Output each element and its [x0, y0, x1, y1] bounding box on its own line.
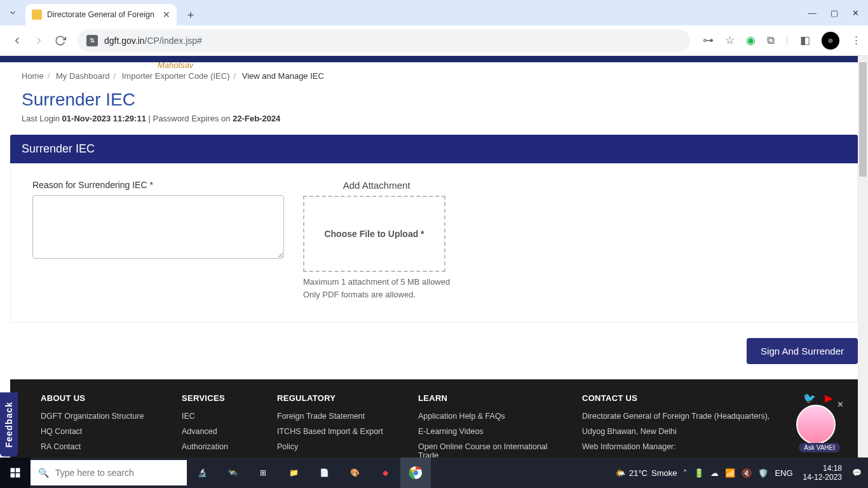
chrome-taskbar-icon[interactable]	[400, 458, 431, 488]
reason-textarea[interactable]	[32, 195, 284, 259]
weather-icon: 🌤️	[615, 468, 625, 478]
security-icon[interactable]: 🛡️	[758, 468, 768, 478]
twitter-icon[interactable]: 🐦	[803, 392, 816, 404]
weather-widget[interactable]: 🌤️ 21°C Smoke	[615, 468, 677, 478]
search-placeholder: Type here to search	[55, 468, 134, 478]
vertical-scrollbar[interactable]	[858, 56, 868, 458]
maximize-icon[interactable]: ▢	[831, 8, 838, 18]
bookmark-star-icon[interactable]: ☆	[725, 34, 735, 47]
footer-link[interactable]: Foreign Trade Statement	[277, 412, 393, 421]
footer-contact-heading: CONTACT US	[582, 393, 802, 403]
windows-taskbar: 🔍 Type here to search 🔬 🛰️ ⊞ 📁 📄 🎨 ◆ 🌤️ …	[0, 458, 868, 488]
footer-link[interactable]: IEC	[182, 412, 252, 421]
footer-link[interactable]: Web Information Manager:	[582, 442, 802, 451]
browser-tab-active[interactable]: Directorate General of Foreign ✕	[25, 4, 177, 25]
footer-link[interactable]: Udyog Bhawan, New Delhi	[582, 427, 802, 436]
chat-avatar[interactable]	[796, 405, 836, 444]
panel-body: Reason for Surrendering IEC * Add Attach…	[10, 163, 858, 323]
page-footer: ABOUT US DGFT Organization Structure HQ …	[10, 379, 858, 458]
chrome-toolbar: ⇅ dgft.gov.in/CP/index.jsp# ⊶ ☆ ◉ ⧉ | ◧ …	[0, 25, 868, 56]
start-button[interactable]	[0, 458, 31, 488]
tabs-dropdown-button[interactable]	[0, 0, 25, 25]
file-explorer-icon[interactable]: 📁	[278, 458, 309, 488]
breadcrumb-iec[interactable]: Importer Exporter Code (IEC)	[122, 71, 230, 81]
onedrive-icon[interactable]: ☁	[710, 468, 719, 478]
footer-about-heading: ABOUT US	[41, 393, 156, 403]
side-panel-icon[interactable]: ◧	[800, 34, 810, 47]
login-info: Last Login 01-Nov-2023 11:29:11 | Passwo…	[10, 114, 858, 132]
attachment-hint: Maximum 1 attachment of 5 MB allowed Onl…	[303, 276, 450, 301]
url-path: /CP/index.jsp#	[145, 36, 202, 46]
chat-label[interactable]: Ask VAHEI	[799, 443, 840, 452]
battery-icon[interactable]: 🔋	[694, 468, 704, 478]
toolbar-right-icons: ⊶ ☆ ◉ ⧉ | ◧ ● ⋮	[696, 32, 862, 50]
page-viewport: Mahotsav Home/ My Dashboard/ Importer Ex…	[0, 56, 868, 458]
back-button[interactable]	[6, 30, 28, 51]
feedback-tab[interactable]: Feedback	[0, 393, 18, 457]
anydesk-icon[interactable]: ◆	[370, 458, 400, 488]
chrome-menu-icon[interactable]: ⋮	[851, 34, 862, 47]
chrome-tab-strip: Directorate General of Foreign ✕ + — ▢ ✕	[0, 0, 868, 25]
footer-link[interactable]: Authorization	[182, 442, 252, 451]
paint-icon[interactable]: 🎨	[339, 458, 370, 488]
wifi-icon[interactable]: 📶	[725, 468, 735, 478]
scroll-thumb[interactable]	[859, 62, 867, 177]
taskbar-app-1[interactable]: 🔬	[187, 458, 217, 488]
footer-link[interactable]: HQ Contact	[41, 427, 156, 436]
breadcrumb-current: View and Manage IEC	[242, 71, 324, 81]
page-title: Surrender IEC	[10, 87, 858, 114]
language-indicator[interactable]: ENG	[775, 468, 792, 478]
footer-link[interactable]: E-Learning Videos	[418, 427, 557, 436]
svg-rect-2	[11, 473, 15, 478]
window-controls: — ▢ ✕	[808, 0, 868, 25]
weather-text: Smoke	[651, 468, 677, 478]
footer-link[interactable]: ITCHS Based Import & Export	[277, 427, 393, 436]
footer-link[interactable]: Application Help & FAQs	[418, 412, 557, 421]
sign-and-surrender-button[interactable]: Sign And Surrender	[747, 338, 858, 364]
extensions-icon[interactable]: ⧉	[767, 34, 775, 47]
footer-link[interactable]: DGFT Organization Structure	[41, 412, 156, 421]
site-settings-icon[interactable]: ⇅	[86, 35, 98, 46]
tray-chevron-icon[interactable]: ˄	[683, 468, 688, 478]
key-icon[interactable]: ⊶	[703, 34, 714, 47]
attachment-title: Add Attachment	[303, 180, 450, 191]
close-window-icon[interactable]: ✕	[852, 8, 859, 18]
clock-time: 14:18	[803, 464, 842, 473]
svg-rect-0	[11, 468, 15, 473]
taskbar-app-2[interactable]: 🛰️	[217, 458, 248, 488]
taskbar-clock[interactable]: 14:18 14-12-2023	[799, 464, 846, 482]
footer-social: 🐦 ▶	[803, 392, 832, 404]
reason-label: Reason for Surrendering IEC *	[32, 180, 284, 190]
breadcrumb-home[interactable]: Home	[22, 71, 44, 81]
taskbar-search[interactable]: 🔍 Type here to search	[31, 460, 187, 485]
search-icon: 🔍	[38, 468, 49, 478]
panel-header: Surrender IEC	[10, 135, 858, 163]
breadcrumb-dashboard[interactable]: My Dashboard	[56, 71, 110, 81]
profile-avatar[interactable]: ●	[822, 32, 839, 50]
extension-grammarly-icon[interactable]: ◉	[746, 34, 756, 47]
task-view-icon[interactable]: ⊞	[248, 458, 278, 488]
footer-link[interactable]: RA Contact	[41, 442, 156, 451]
address-bar[interactable]: ⇅ dgft.gov.in/CP/index.jsp#	[78, 29, 690, 52]
chat-close-icon[interactable]: ✕	[837, 400, 844, 409]
system-tray: ˄ 🔋 ☁ 📶 🔇 🛡️ ENG	[683, 468, 792, 478]
volume-icon[interactable]: 🔇	[742, 468, 752, 478]
tab-close-icon[interactable]: ✕	[163, 10, 170, 20]
minimize-icon[interactable]: —	[808, 8, 817, 18]
youtube-icon[interactable]: ▶	[825, 392, 832, 404]
reload-button[interactable]	[50, 30, 71, 51]
file-dropzone[interactable]: Choose File to Upload *	[303, 196, 445, 272]
footer-link[interactable]: Directorate General of Foreign Trade (He…	[582, 412, 802, 421]
gov-top-bar	[0, 56, 868, 62]
footer-link[interactable]: Open Online Course on International Trad…	[418, 442, 557, 458]
footer-regulatory-heading: REGULATORY	[277, 393, 393, 403]
footer-link[interactable]: Policy	[277, 442, 393, 451]
word-icon[interactable]: 📄	[309, 458, 339, 488]
notifications-icon[interactable]: 💬	[852, 468, 862, 477]
dropzone-text: Choose File to Upload *	[324, 229, 424, 239]
svg-rect-1	[16, 468, 20, 473]
new-tab-button[interactable]: +	[182, 6, 200, 24]
forward-button[interactable]	[28, 30, 50, 51]
footer-link[interactable]: Advanced	[182, 427, 252, 436]
footer-learn-heading: LEARN	[418, 393, 557, 403]
